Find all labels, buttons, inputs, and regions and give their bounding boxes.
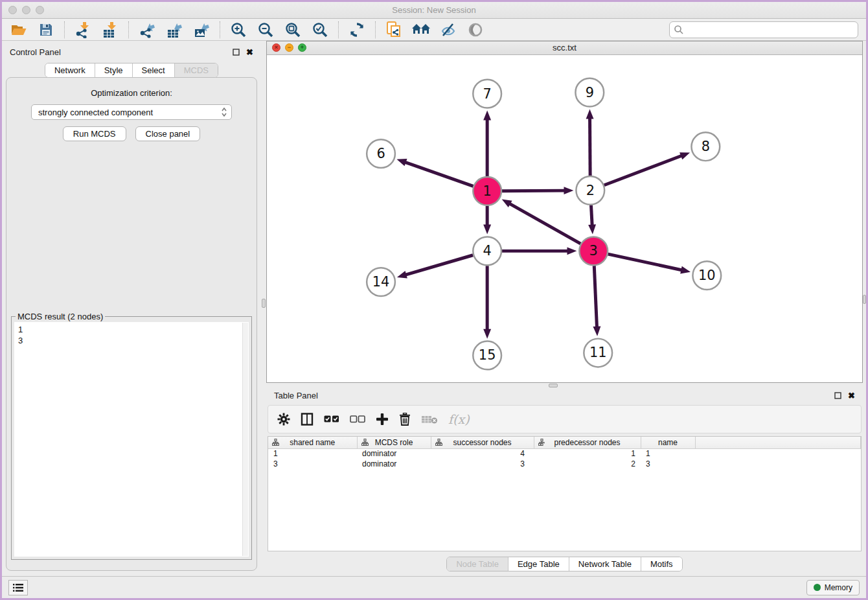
table-cell[interactable]: dominator: [357, 448, 431, 459]
unselect-all-rows-icon[interactable]: [350, 415, 365, 423]
table-cell[interactable]: 1: [534, 448, 641, 459]
mcds-result-text[interactable]: 1 3: [14, 322, 249, 557]
table-cell[interactable]: [695, 448, 861, 459]
network-window-title: scc.txt: [267, 43, 862, 52]
horizontal-splitter[interactable]: [266, 383, 863, 388]
node-2[interactable]: 2: [576, 176, 604, 205]
node-9[interactable]: 9: [575, 78, 604, 107]
mcds-result-title: MCDS result (2 nodes): [16, 312, 105, 321]
tab-edge-table[interactable]: Edge Table: [508, 557, 569, 571]
toolbar-separator: [375, 21, 376, 38]
node-11[interactable]: 11: [584, 338, 612, 367]
edge-3-11[interactable]: [594, 266, 597, 328]
function-builder-icon: f(x): [448, 412, 470, 426]
node-label: 10: [698, 268, 716, 283]
tab-style[interactable]: Style: [95, 63, 133, 77]
node-8[interactable]: 8: [691, 132, 720, 161]
import-table-icon[interactable]: [98, 20, 122, 40]
edge-2-8[interactable]: [604, 156, 682, 185]
right-splitter-grip[interactable]: [863, 295, 866, 304]
node-6[interactable]: 6: [367, 139, 395, 168]
table-cell[interactable]: [695, 459, 861, 469]
criterion-dropdown[interactable]: strongly connected component: [31, 104, 232, 120]
add-row-icon[interactable]: [376, 413, 389, 426]
delete-row-icon[interactable]: [399, 413, 411, 426]
table-row[interactable]: 3dominator323: [268, 459, 861, 469]
show-graphics-details-icon[interactable]: [437, 20, 460, 40]
table-row[interactable]: 1dominator411: [268, 448, 861, 459]
control-panel: Control Panel ✖ Network Style Select MCD…: [2, 41, 261, 576]
apply-preferred-layout-icon[interactable]: [345, 20, 369, 40]
node-1[interactable]: 1: [473, 177, 501, 205]
window-title: Session: New Session: [2, 5, 866, 15]
table-cell[interactable]: dominator: [357, 459, 431, 469]
column-header-mcds-role[interactable]: MCDS role: [357, 437, 431, 448]
table-cell[interactable]: 3: [641, 459, 695, 469]
run-mcds-button[interactable]: Run MCDS: [63, 126, 126, 141]
export-table-icon[interactable]: [163, 20, 186, 40]
node-4[interactable]: 4: [473, 237, 501, 265]
settings-gear-icon[interactable]: [277, 413, 290, 426]
node-14[interactable]: 14: [367, 268, 395, 296]
tab-select[interactable]: Select: [133, 63, 175, 77]
import-network-icon[interactable]: [71, 20, 95, 40]
table-cell[interactable]: 4: [431, 448, 534, 459]
memory-button[interactable]: Memory: [806, 580, 860, 595]
node-label: 2: [586, 183, 595, 198]
birdseye-view-icon[interactable]: [464, 20, 487, 40]
save-session-icon[interactable]: [34, 20, 58, 40]
show-column-icon[interactable]: [301, 413, 314, 426]
select-all-rows-icon[interactable]: [324, 415, 339, 423]
edge-1-6[interactable]: [405, 162, 474, 186]
column-header-shared-name[interactable]: shared name: [268, 437, 357, 448]
column-header-successor-nodes[interactable]: successor nodes: [431, 437, 534, 448]
table-cell[interactable]: 3: [268, 459, 357, 469]
home-icon[interactable]: [409, 20, 433, 40]
edge-3-1[interactable]: [509, 203, 580, 244]
zoom-selected-icon[interactable]: [308, 20, 332, 40]
float-panel-icon[interactable]: [233, 49, 240, 56]
table-cell[interactable]: 1: [268, 448, 357, 459]
close-panel-button[interactable]: Close panel: [135, 126, 201, 141]
edge-2-3[interactable]: [591, 205, 592, 225]
open-session-icon[interactable]: [7, 20, 30, 40]
clone-network-icon[interactable]: [382, 20, 405, 40]
tab-network[interactable]: Network: [45, 63, 95, 77]
panel-menu-button[interactable]: [8, 580, 28, 595]
close-panel-icon[interactable]: ✖: [246, 48, 253, 56]
edge-4-14[interactable]: [405, 255, 473, 275]
zoom-fit-icon[interactable]: [281, 20, 304, 40]
vertical-splitter[interactable]: [261, 41, 266, 576]
network-graph[interactable]: 7968124314101511: [267, 55, 862, 382]
app-window: Session: New Session: [0, 0, 868, 600]
column-header-predecessor-nodes[interactable]: predecessor nodes: [534, 437, 641, 448]
node-15[interactable]: 15: [473, 341, 501, 369]
column-header-name[interactable]: name: [641, 437, 695, 448]
network-canvas[interactable]: 7968124314101511: [267, 55, 862, 382]
float-table-panel-icon[interactable]: [834, 392, 841, 399]
table-cell[interactable]: 3: [431, 459, 534, 469]
tab-node-table[interactable]: Node Table: [447, 557, 508, 571]
export-network-icon[interactable]: [135, 20, 159, 40]
tab-mcds[interactable]: MCDS: [175, 63, 218, 77]
node-7[interactable]: 7: [473, 80, 501, 108]
criterion-dropdown-value: strongly connected component: [38, 108, 221, 117]
search-input[interactable]: [684, 25, 854, 34]
table-cell[interactable]: 1: [641, 448, 695, 459]
tab-motifs[interactable]: Motifs: [641, 557, 682, 571]
node-10[interactable]: 10: [692, 261, 721, 290]
edge-2-9[interactable]: [590, 117, 591, 176]
dropdown-stepper-icon: [221, 107, 227, 117]
export-image-icon[interactable]: [190, 20, 213, 40]
result-scrollbar[interactable]: [242, 323, 248, 556]
edge-3-10[interactable]: [608, 254, 683, 270]
tab-network-table[interactable]: Network Table: [569, 557, 641, 571]
splitter-grip[interactable]: [549, 384, 558, 387]
zoom-in-icon[interactable]: [227, 20, 250, 40]
edge-1-2[interactable]: [502, 190, 565, 191]
splitter-grip[interactable]: [262, 299, 266, 308]
close-table-panel-icon[interactable]: ✖: [848, 391, 855, 400]
table-cell[interactable]: 2: [534, 459, 641, 469]
node-3[interactable]: 3: [579, 237, 608, 265]
zoom-out-icon[interactable]: [254, 20, 277, 40]
